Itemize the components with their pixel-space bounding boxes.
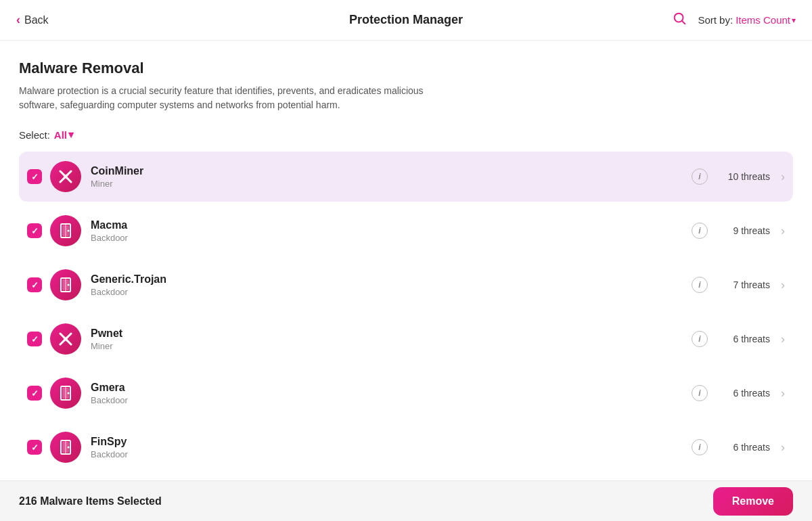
svg-point-4 xyxy=(64,175,68,179)
back-chevron-icon: ‹ xyxy=(16,13,20,27)
malware-item-coinminer[interactable]: ✓ CoinMiner Mineri10 threats› xyxy=(19,152,793,202)
svg-line-1 xyxy=(683,21,685,24)
malware-info-finspy: FinSpy Backdoor xyxy=(91,436,692,459)
info-button-coinminer[interactable]: i xyxy=(692,168,708,185)
malware-name-pwnet: Pwnet xyxy=(91,327,692,340)
malware-item-gmera[interactable]: ✓ Gmera Backdoori6 threats› xyxy=(19,368,793,418)
threat-count-finspy: 6 threats xyxy=(716,442,770,453)
malware-info-gmera: Gmera Backdoor xyxy=(91,382,692,405)
select-label: Select: xyxy=(19,129,50,141)
malware-right-pwnet: i6 threats› xyxy=(692,331,785,347)
malware-icon-gmera xyxy=(50,378,81,409)
threat-count-generic-trojan: 7 threats xyxy=(716,279,770,290)
info-button-generic-trojan[interactable]: i xyxy=(692,277,708,293)
app-header: ‹ Back Protection Manager Sort by: Items… xyxy=(0,0,812,41)
malware-list: ✓ CoinMiner Mineri10 threats›✓ Macma Bac… xyxy=(19,152,793,476)
malware-right-finspy: i6 threats› xyxy=(692,439,785,455)
svg-point-7 xyxy=(68,230,70,232)
malware-name-macma: Macma xyxy=(91,219,692,231)
malware-type-gmera: Backdoor xyxy=(91,395,692,405)
malware-name-coinminer: CoinMiner xyxy=(91,165,692,177)
malware-type-macma: Backdoor xyxy=(91,233,692,243)
checkbox-coinminer[interactable]: ✓ xyxy=(27,169,42,184)
chevron-right-icon-finspy: › xyxy=(781,440,785,455)
malware-type-generic-trojan: Backdoor xyxy=(91,287,692,297)
malware-item-macma[interactable]: ✓ Macma Backdoori9 threats› xyxy=(19,206,793,256)
chevron-right-icon-macma: › xyxy=(781,224,785,238)
info-button-pwnet[interactable]: i xyxy=(692,331,708,347)
sort-value-button[interactable]: Items Count ▾ xyxy=(736,14,796,26)
malware-right-gmera: i6 threats› xyxy=(692,385,785,401)
malware-info-macma: Macma Backdoor xyxy=(91,219,692,243)
svg-point-22 xyxy=(68,447,70,449)
malware-right-coinminer: i10 threats› xyxy=(692,168,785,185)
checkbox-generic-trojan[interactable]: ✓ xyxy=(27,277,42,292)
footer-bar: 216 Malware Items Selected Remove xyxy=(0,480,812,521)
main-content: Malware Removal Malware protection is a … xyxy=(0,41,812,521)
remove-button[interactable]: Remove xyxy=(713,487,793,516)
sort-chevron-icon: ▾ xyxy=(792,16,796,25)
malware-icon-pwnet xyxy=(50,323,81,355)
malware-item-finspy[interactable]: ✓ FinSpy Backdoori6 threats› xyxy=(19,422,793,472)
search-icon[interactable] xyxy=(672,11,687,29)
chevron-right-icon-pwnet: › xyxy=(781,332,785,346)
chevron-right-icon-generic-trojan: › xyxy=(781,278,785,292)
checkbox-gmera[interactable]: ✓ xyxy=(27,386,42,401)
malware-icon-finspy xyxy=(50,432,81,463)
malware-name-gmera: Gmera xyxy=(91,382,692,394)
chevron-right-icon-gmera: › xyxy=(781,386,785,401)
malware-right-macma: i9 threats› xyxy=(692,223,785,239)
checkbox-macma[interactable]: ✓ xyxy=(27,223,42,238)
section-title: Malware Removal xyxy=(19,60,793,77)
malware-item-generic-trojan[interactable]: ✓ Generic.Trojan Backdoori7 threats› xyxy=(19,260,793,310)
malware-icon-macma xyxy=(50,215,81,246)
checkbox-finspy[interactable]: ✓ xyxy=(27,440,42,455)
info-button-macma[interactable]: i xyxy=(692,223,708,239)
page-title: Protection Manager xyxy=(349,13,463,27)
malware-info-pwnet: Pwnet Miner xyxy=(91,327,692,351)
select-row: Select: All ▾ xyxy=(19,129,793,141)
malware-icon-coinminer xyxy=(50,161,81,192)
malware-type-finspy: Backdoor xyxy=(91,449,692,459)
malware-name-generic-trojan: Generic.Trojan xyxy=(91,273,692,286)
chevron-right-icon-coinminer: › xyxy=(781,170,785,184)
header-right: Sort by: Items Count ▾ xyxy=(672,11,796,29)
select-all-button[interactable]: All ▾ xyxy=(54,129,74,141)
info-button-gmera[interactable]: i xyxy=(692,385,708,401)
malware-name-finspy: FinSpy xyxy=(91,436,692,448)
back-label: Back xyxy=(24,14,49,26)
malware-info-coinminer: CoinMiner Miner xyxy=(91,165,692,189)
checkbox-pwnet[interactable]: ✓ xyxy=(27,332,42,346)
malware-right-generic-trojan: i7 threats› xyxy=(692,277,785,293)
malware-icon-generic-trojan xyxy=(50,269,81,300)
threat-count-gmera: 6 threats xyxy=(716,388,770,399)
section-description: Malware protection is a crucial security… xyxy=(19,84,425,112)
malware-item-pwnet[interactable]: ✓ Pwnet Mineri6 threats› xyxy=(19,314,793,364)
svg-point-18 xyxy=(68,392,70,394)
threat-count-macma: 9 threats xyxy=(716,225,770,236)
threat-count-coinminer: 10 threats xyxy=(716,171,770,182)
back-button[interactable]: ‹ Back xyxy=(16,13,49,27)
svg-point-15 xyxy=(64,337,68,342)
sort-by-label: Sort by: xyxy=(698,14,733,26)
svg-point-11 xyxy=(68,284,70,286)
malware-info-generic-trojan: Generic.Trojan Backdoor xyxy=(91,273,692,297)
selected-count-label: 216 Malware Items Selected xyxy=(19,495,162,507)
malware-type-pwnet: Miner xyxy=(91,341,692,351)
info-button-finspy[interactable]: i xyxy=(692,439,708,455)
threat-count-pwnet: 6 threats xyxy=(716,334,770,344)
malware-type-coinminer: Miner xyxy=(91,179,692,189)
sort-by-control: Sort by: Items Count ▾ xyxy=(698,14,796,26)
